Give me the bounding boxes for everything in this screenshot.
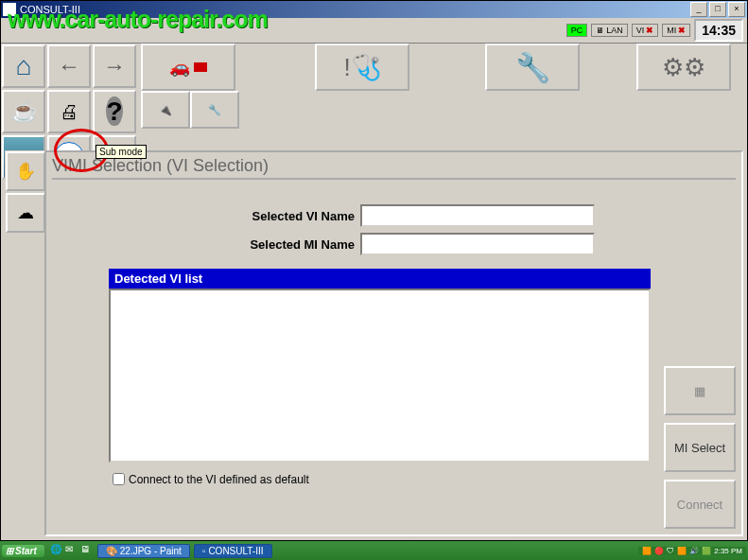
forward-icon xyxy=(103,53,126,79)
forward-button[interactable] xyxy=(93,44,136,88)
left-sidebar: ✋ ☁ xyxy=(5,150,44,536)
car-icon xyxy=(169,57,190,78)
printer-icon xyxy=(60,101,78,123)
tool-group-2[interactable]: !🩺 xyxy=(315,44,409,91)
rest-button[interactable] xyxy=(2,90,45,133)
titlebar: CONSULT-III _ □ × xyxy=(1,1,747,18)
selected-vi-input[interactable] xyxy=(360,204,595,227)
coffee-icon xyxy=(11,99,37,124)
ql-desktop-icon[interactable]: 🖥 xyxy=(80,544,94,557)
selected-mi-input[interactable] xyxy=(360,233,595,255)
tool-group-4[interactable]: ⚙⚙ xyxy=(636,44,731,91)
selected-vi-label: Selected VI Name xyxy=(156,209,360,223)
mi-select-button[interactable]: MI Select xyxy=(664,423,736,472)
window-title: CONSULT-III xyxy=(20,4,80,15)
default-vi-checkbox[interactable] xyxy=(113,473,125,485)
taskbar: ⊞Start 🌐 ✉ 🖥 🎨22.JPG - Paint ▫CONSULT-II… xyxy=(0,541,748,560)
connect-button[interactable]: Connect xyxy=(664,480,736,529)
close-button[interactable]: × xyxy=(728,2,745,17)
sub-tool-1[interactable]: 🔌 xyxy=(141,91,190,129)
gears-icon: ⚙⚙ xyxy=(662,53,705,82)
help-button[interactable] xyxy=(93,90,136,133)
status-mi: MI✖ xyxy=(662,24,690,37)
sub-tool-2[interactable]: 🔧 xyxy=(190,91,239,129)
task-paint[interactable]: 🎨22.JPG - Paint xyxy=(97,544,190,558)
start-button[interactable]: ⊞Start xyxy=(2,545,44,557)
icon-button[interactable]: ▦ xyxy=(664,366,736,415)
tray-icon[interactable]: 🟧 xyxy=(677,547,687,555)
status-vi: VI✖ xyxy=(632,24,659,37)
consult-icon: ▫ xyxy=(202,546,206,556)
home-icon xyxy=(16,51,32,81)
task-consult[interactable]: ▫CONSULT-III xyxy=(194,544,272,558)
sidebar-tool-1[interactable]: ✋ xyxy=(6,151,45,191)
tray-icon[interactable]: 🟧 xyxy=(642,547,652,555)
tray-icon[interactable]: 🟩 xyxy=(702,547,711,555)
tool-group-3[interactable]: 🔧 xyxy=(485,44,580,91)
back-button[interactable] xyxy=(47,44,91,88)
app-window: CONSULT-III _ □ × PC 🖥LAN VI✖ MI✖ 14:35 xyxy=(0,0,748,541)
print-button[interactable] xyxy=(47,90,91,133)
status-bar: PC 🖥LAN VI✖ MI✖ 14:35 xyxy=(1,18,747,44)
sidebar-tool-2[interactable]: ☁ xyxy=(6,193,45,233)
system-tray: 🟧 🔴 🛡 🟧 🔊 🟩 2:35 PM xyxy=(638,547,746,555)
paint-icon: 🎨 xyxy=(106,546,117,556)
clock: 14:35 xyxy=(694,19,743,42)
detected-list-header: Detected VI list xyxy=(109,269,651,289)
status-pc: PC xyxy=(566,24,588,37)
tray-icon[interactable]: 🛡 xyxy=(667,547,674,555)
maximize-button[interactable]: □ xyxy=(709,2,726,17)
minimize-button[interactable]: _ xyxy=(690,2,707,17)
ql-ie-icon[interactable]: 🌐 xyxy=(50,544,63,557)
stethoscope-icon: !🩺 xyxy=(343,53,380,82)
default-vi-label: Connect to the VI defined as default xyxy=(129,473,309,486)
tray-icon[interactable]: 🔴 xyxy=(654,547,664,555)
content-panel: VIMI Selection (VI Selection) Selected V… xyxy=(44,150,743,536)
status-lan: 🖥LAN xyxy=(591,24,628,37)
start-icon: ⊞ xyxy=(6,546,13,556)
wrench-icon: 🔧 xyxy=(515,51,550,84)
home-button[interactable] xyxy=(2,44,45,88)
diagnosis-button[interactable] xyxy=(141,44,235,91)
tray-time: 2:35 PM xyxy=(714,547,742,555)
help-icon xyxy=(106,97,122,126)
tray-icon[interactable]: 🔊 xyxy=(689,547,699,555)
selected-mi-label: Selected MI Name xyxy=(156,237,360,252)
quick-launch: 🌐 ✉ 🖥 xyxy=(50,544,94,557)
ql-mail-icon[interactable]: ✉ xyxy=(65,544,78,557)
detected-vi-list[interactable] xyxy=(109,289,651,463)
back-icon xyxy=(58,53,80,79)
app-icon xyxy=(3,3,16,16)
meter-icon xyxy=(194,62,207,72)
refresh-icon: ▦ xyxy=(694,384,705,398)
sub-mode-tooltip: Sub mode xyxy=(96,145,147,159)
page-title: VIMI Selection (VI Selection) xyxy=(52,156,736,180)
